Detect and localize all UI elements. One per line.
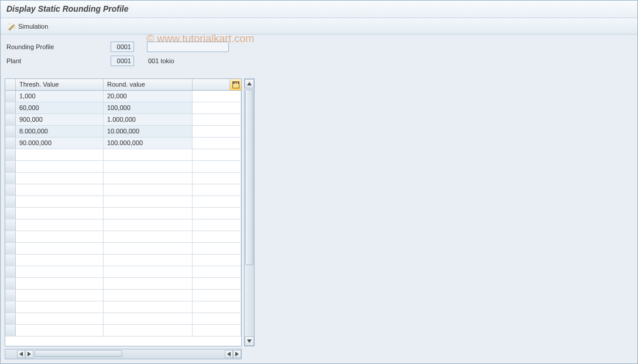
simulation-label: Simulation [18,23,48,30]
scroll-thumb-horizontal[interactable] [35,350,122,357]
cell-round[interactable] [104,219,193,231]
cell-round[interactable] [104,173,193,184]
row-selector[interactable] [5,325,16,336]
scroll-thumb-vertical[interactable] [245,90,253,265]
plant-field[interactable] [111,56,134,66]
table-row: 60,000100,000 [5,102,241,114]
scroll-left-button-2[interactable] [225,350,233,358]
row-selector[interactable] [5,196,16,207]
simulation-button[interactable]: Simulation [5,21,50,32]
cell-round[interactable]: 1.000,000 [104,114,193,125]
row-selector[interactable] [5,313,16,324]
row-selector[interactable] [5,301,16,313]
row-selector[interactable] [5,208,16,219]
row-selector[interactable] [5,243,16,254]
cell-round[interactable] [104,278,193,289]
cell-thresh[interactable]: 1,000 [16,91,104,102]
row-selector[interactable] [5,184,16,195]
cell-thresh[interactable] [16,173,104,184]
cell-round[interactable]: 100.000,000 [104,138,193,149]
grid-header-select[interactable] [5,79,16,90]
cell-round[interactable] [104,184,193,195]
cell-round[interactable] [104,301,193,313]
cell-round[interactable] [104,243,193,254]
rounding-profile-field[interactable] [111,42,134,52]
cell-round[interactable] [104,313,193,324]
cell-thresh[interactable] [16,219,104,231]
cell-round[interactable] [104,196,193,207]
cell-thresh[interactable] [16,243,104,254]
cell-thresh[interactable]: 60,000 [16,102,104,114]
cell-round[interactable] [104,325,193,336]
cell-thresh[interactable] [16,278,104,289]
cell-round[interactable] [104,161,193,172]
cell-round[interactable] [104,290,193,301]
row-selector[interactable] [5,290,16,301]
cell-thresh[interactable] [16,313,104,324]
table-row [5,266,241,278]
scroll-up-button[interactable] [245,79,254,88]
row-selector[interactable] [5,91,16,102]
cell-blank [193,301,241,313]
rounding-profile-label: Rounding Profile [5,43,111,50]
cell-round[interactable]: 10.000,000 [104,126,193,137]
cell-thresh[interactable] [16,231,104,242]
cell-round[interactable] [104,266,193,277]
scroll-down-button[interactable] [245,336,254,346]
row-selector[interactable] [5,266,16,277]
grid-horizontal-scrollbar[interactable] [5,349,242,359]
cell-thresh[interactable]: 900,000 [16,114,104,125]
row-selector[interactable] [5,138,16,149]
cell-thresh[interactable] [16,184,104,195]
cell-thresh[interactable]: 8.000,000 [16,126,104,137]
row-selector[interactable] [5,219,16,231]
cell-thresh[interactable] [16,266,104,277]
row-selector[interactable] [5,173,16,184]
grid-config-button[interactable] [229,79,241,90]
row-selector[interactable] [5,255,16,266]
form-area: Rounding Profile Plant 001 tokio [1,35,637,71]
cell-thresh[interactable] [16,196,104,207]
grid-vertical-scrollbar[interactable] [244,78,255,346]
cell-blank [193,196,241,207]
cell-round[interactable] [104,208,193,219]
table-settings-icon [232,81,239,88]
chevron-down-icon [247,339,252,343]
table-row [5,173,241,184]
row-selector[interactable] [5,231,16,242]
grid-header-round[interactable]: Round. value [104,79,193,90]
scroll-right-button-inner[interactable] [25,350,33,358]
scroll-left-button[interactable] [17,350,25,358]
table-row: 1,00020,000 [5,91,241,102]
row-selector[interactable] [5,161,16,172]
cell-thresh[interactable] [16,255,104,266]
grid-header-thresh[interactable]: Thresh. Value [16,79,104,90]
cell-thresh[interactable] [16,325,104,336]
row-selector[interactable] [5,149,16,160]
row-selector[interactable] [5,102,16,114]
table-row [5,231,241,243]
scroll-right-button[interactable] [233,350,241,358]
cell-round[interactable] [104,149,193,160]
cell-blank [193,313,241,324]
cell-thresh[interactable] [16,290,104,301]
cell-thresh[interactable] [16,301,104,313]
cell-round[interactable] [104,255,193,266]
cell-round[interactable] [104,231,193,242]
row-selector[interactable] [5,278,16,289]
table-row [5,278,241,290]
table-row: 90.000,000100.000,000 [5,138,241,149]
cell-thresh[interactable]: 90.000,000 [16,138,104,149]
row-selector[interactable] [5,114,16,125]
scroll-track-vertical[interactable] [245,88,254,336]
rounding-profile-desc [147,42,229,52]
cell-round[interactable]: 100,000 [104,102,193,114]
scroll-track-horizontal[interactable] [35,350,136,358]
cell-thresh[interactable] [16,149,104,160]
cell-thresh[interactable] [16,208,104,219]
plant-label: Plant [5,57,111,64]
row-selector[interactable] [5,126,16,137]
cell-blank [193,114,241,125]
cell-round[interactable]: 20,000 [104,91,193,102]
cell-thresh[interactable] [16,161,104,172]
